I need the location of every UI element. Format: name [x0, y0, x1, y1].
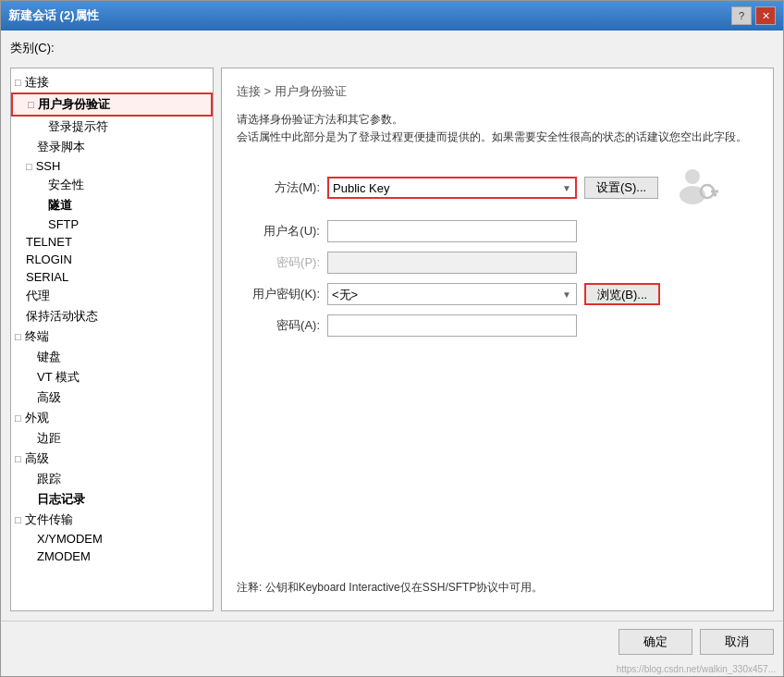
tree-item-label: 隧道: [48, 197, 72, 214]
passphrase-input[interactable]: [327, 314, 577, 337]
tree-item-label: 键盘: [37, 349, 61, 365]
tree-item-tunnel[interactable]: 隧道: [11, 195, 213, 215]
watermark: https://blog.csdn.net/walkin_330x457...: [1, 662, 783, 676]
method-row: 方法(M): Public Key Password Keyboard Inte…: [237, 165, 758, 211]
expand-icon: □: [15, 514, 21, 525]
tree-item-label: 外观: [25, 410, 49, 426]
tree-item-label: X/YMODEM: [37, 532, 103, 546]
form-section: 方法(M): Public Key Password Keyboard Inte…: [237, 165, 758, 596]
tree-item-label: SFTP: [48, 217, 79, 231]
tree-item-label: 安全性: [48, 177, 84, 193]
bottom-bar: 确定 取消: [1, 621, 783, 662]
userkey-select[interactable]: <无>: [327, 283, 577, 305]
tree-item-security[interactable]: 安全性: [11, 175, 213, 195]
settings-button[interactable]: 设置(S)...: [584, 177, 658, 199]
browse-button[interactable]: 浏览(B)...: [584, 283, 660, 305]
svg-point-0: [685, 169, 700, 184]
username-label: 用户名(U):: [237, 223, 320, 240]
tree-item-login-prompt[interactable]: 登录提示符: [11, 117, 213, 137]
ok-button[interactable]: 确定: [619, 629, 692, 655]
breadcrumb: 连接 > 用户身份验证: [237, 83, 758, 100]
tree-item-label: RLOGIN: [26, 252, 72, 266]
tree-item-login-script[interactable]: 登录脚本: [11, 137, 213, 157]
tree-item-label: 保持活动状态: [26, 308, 98, 325]
tree-item-keyboard[interactable]: 键盘: [11, 347, 213, 367]
close-button[interactable]: ✕: [755, 6, 776, 25]
dialog-window: 新建会话 (2)属性 ? ✕ 类别(C): □ 连接 □ 用户身份验证 登录提示: [0, 0, 784, 677]
tree-item-log[interactable]: 日志记录: [11, 489, 213, 510]
tree-item-label: SERIAL: [26, 270, 68, 284]
svg-rect-3: [711, 191, 718, 193]
method-select[interactable]: Public Key Password Keyboard Interactive…: [327, 177, 577, 199]
password-label: 密码(P):: [237, 254, 320, 271]
tree-item-telnet[interactable]: TELNET: [11, 233, 213, 251]
tree-item-serial[interactable]: SERIAL: [11, 268, 213, 286]
tree-item-keepalive[interactable]: 保持活动状态: [11, 306, 213, 326]
description-text: 请选择身份验证方法和其它参数。 会话属性中此部分是为了登录过程更便捷而提供的。如…: [237, 111, 758, 146]
tree-item-user-auth[interactable]: □ 用户身份验证: [11, 92, 213, 117]
tree-item-label: 高级: [37, 389, 61, 406]
tree-item-xymodem[interactable]: X/YMODEM: [11, 530, 213, 548]
tree-item-label: ZMODEM: [37, 549, 91, 563]
title-bar: 新建会话 (2)属性 ? ✕: [1, 1, 783, 31]
userkey-label: 用户密钥(K):: [237, 286, 320, 302]
tree-item-label: 终端: [25, 328, 49, 345]
method-label: 方法(M):: [237, 179, 320, 196]
tree-item-label: 登录脚本: [37, 139, 85, 155]
tree-item-label: 登录提示符: [48, 118, 108, 135]
userkey-select-wrapper[interactable]: <无>: [327, 283, 577, 305]
user-key-svg: [674, 166, 718, 210]
expand-icon: □: [15, 453, 21, 464]
expand-icon: □: [28, 99, 34, 110]
help-button[interactable]: ?: [731, 6, 752, 25]
window-body: 类别(C): □ 连接 □ 用户身份验证 登录提示符 登录脚本: [1, 31, 783, 621]
tree-item-label: TELNET: [26, 235, 72, 249]
expand-icon: □: [26, 161, 32, 172]
tree-item-rlogin[interactable]: RLOGIN: [11, 251, 213, 268]
user-key-icon: [673, 165, 719, 211]
expand-icon: □: [15, 412, 21, 424]
tree-item-label: SSH: [36, 159, 61, 173]
tree-item-sftp[interactable]: SFTP: [11, 215, 213, 233]
password-row: 密码(P):: [237, 252, 758, 274]
username-input[interactable]: [327, 220, 577, 242]
tree-item-label: 代理: [26, 288, 50, 304]
tree-item-zmodem[interactable]: ZMODEM: [11, 548, 213, 565]
tree-item-appearance[interactable]: □ 外观: [11, 408, 213, 428]
tree-item-label: VT 模式: [37, 369, 80, 386]
tree-item-advanced[interactable]: □ 高级: [11, 449, 213, 469]
expand-icon: □: [15, 331, 21, 342]
tree-item-vt-mode[interactable]: VT 模式: [11, 367, 213, 388]
tree-item-label: 连接: [25, 74, 49, 91]
userkey-row: 用户密钥(K): <无> 浏览(B)...: [237, 283, 758, 305]
password-input[interactable]: [327, 252, 577, 274]
tree-item-proxy[interactable]: 代理: [11, 286, 213, 306]
tree-item-border[interactable]: 边距: [11, 428, 213, 449]
window-title: 新建会话 (2)属性: [8, 7, 99, 24]
tree-item-trace[interactable]: 跟踪: [11, 469, 213, 489]
expand-icon: □: [15, 77, 21, 88]
tree-item-advanced-terminal[interactable]: 高级: [11, 388, 213, 408]
description-line1: 请选择身份验证方法和其它参数。: [237, 111, 758, 129]
cancel-button[interactable]: 取消: [700, 629, 774, 655]
tree-item-terminal[interactable]: □ 终端: [11, 326, 213, 347]
passphrase-label: 密码(A):: [237, 317, 320, 334]
tree-panel[interactable]: □ 连接 □ 用户身份验证 登录提示符 登录脚本 □ SSH: [10, 68, 214, 611]
tree-item-label: 高级: [25, 450, 49, 467]
tree-item-filetransfer[interactable]: □ 文件传输: [11, 510, 213, 530]
tree-item-label: 用户身份验证: [38, 96, 110, 113]
note-text: 注释: 公钥和Keyboard Interactive仅在SSH/SFTP协议中…: [237, 580, 758, 596]
username-row: 用户名(U):: [237, 220, 758, 242]
tree-item-label: 边距: [37, 430, 61, 447]
method-select-wrapper[interactable]: Public Key Password Keyboard Interactive…: [327, 177, 577, 199]
content-panel: 连接 > 用户身份验证 请选择身份验证方法和其它参数。 会话属性中此部分是为了登…: [221, 68, 774, 611]
title-controls: ? ✕: [731, 6, 776, 25]
tree-item-label: 日志记录: [37, 491, 85, 508]
tree-item-connection[interactable]: □ 连接: [11, 72, 213, 92]
tree-item-label: 跟踪: [37, 471, 61, 487]
description-line2: 会话属性中此部分是为了登录过程更便捷而提供的。如果需要安全性很高的状态的话建议您…: [237, 129, 758, 146]
passphrase-row: 密码(A):: [237, 314, 758, 337]
tree-item-ssh[interactable]: □ SSH: [11, 157, 213, 175]
svg-rect-5: [714, 193, 717, 197]
main-content: □ 连接 □ 用户身份验证 登录提示符 登录脚本 □ SSH: [10, 68, 774, 611]
